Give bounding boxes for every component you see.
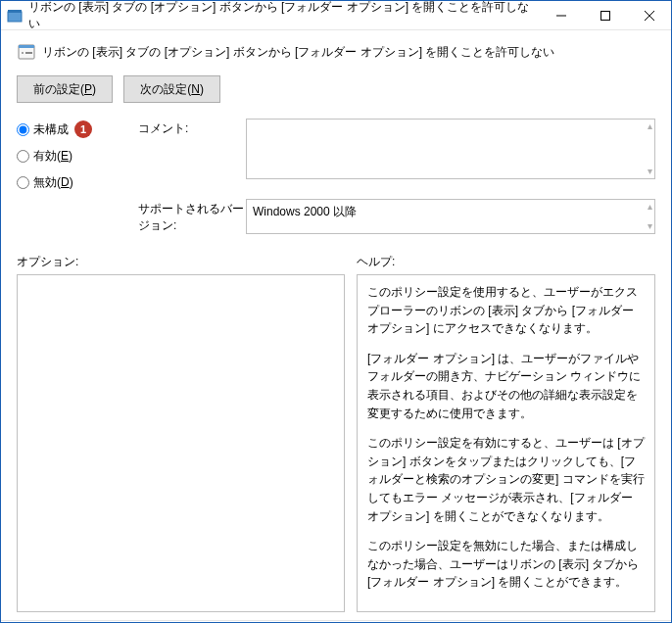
close-button[interactable] <box>627 1 671 29</box>
radio-enabled-label: 有効(E) <box>33 148 72 165</box>
radio-group: 未構成 1 有効(E) 無効(D) <box>17 119 138 191</box>
supported-field: Windows 2000 以降 ▴ ▾ <box>246 199 655 234</box>
comment-field[interactable]: ▴ ▾ <box>246 119 655 179</box>
comment-label: コメント: <box>138 119 246 191</box>
annotation-badge-1: 1 <box>74 120 92 138</box>
help-paragraph: このポリシー設定を有効にすると、ユーザーは [オプション] ボタンをタップまたは… <box>367 434 645 525</box>
help-paragraph: [フォルダー オプション] は、ユーザーがファイルやフォルダーの開き方、ナビゲー… <box>367 350 645 422</box>
radio-disabled-input[interactable] <box>17 176 29 189</box>
svg-rect-1 <box>8 10 22 13</box>
policy-header: リボンの [表示] タブの [オプション] ボタンから [フォルダー オプション… <box>17 42 655 62</box>
radio-not-configured-input[interactable] <box>17 123 29 136</box>
next-setting-button[interactable]: 次の設定(N) <box>123 75 220 103</box>
radio-disabled-label: 無効(D) <box>33 174 73 191</box>
scroll-up-icon: ▴ <box>648 202 652 212</box>
supported-row: サポートされるバージョン: Windows 2000 以降 ▴ ▾ <box>17 199 655 234</box>
help-label: ヘルプ: <box>357 254 655 270</box>
prev-setting-button[interactable]: 前の設定(P) <box>17 75 113 103</box>
svg-point-8 <box>22 52 24 54</box>
svg-rect-3 <box>600 11 609 20</box>
radio-not-configured[interactable]: 未構成 1 <box>17 120 138 138</box>
radio-enabled-input[interactable] <box>17 150 29 163</box>
scroll-down-icon: ▾ <box>648 167 652 176</box>
help-paragraph: このポリシー設定を無効にした場合、または構成しなかった場合、ユーザーはリボンの … <box>367 537 645 592</box>
radio-not-configured-label: 未構成 <box>33 121 69 138</box>
supported-label: サポートされるバージョン: <box>138 199 246 234</box>
svg-rect-9 <box>25 52 32 54</box>
minimize-button[interactable] <box>539 1 583 29</box>
config-row: 未構成 1 有効(E) 無効(D) コメント: ▴ ▾ <box>17 119 655 191</box>
supported-value: Windows 2000 以降 <box>253 205 357 218</box>
help-box[interactable]: このポリシー設定を使用すると、ユーザーがエクスプローラーのリボンの [表示] タ… <box>357 274 655 612</box>
scroll-up-icon: ▴ <box>648 121 652 131</box>
nav-buttons: 前の設定(P) 次の設定(N) <box>17 75 655 103</box>
policy-title: リボンの [表示] タブの [オプション] ボタンから [フォルダー オプション… <box>42 44 554 61</box>
window-title: リボンの [表示] タブの [オプション] ボタンから [フォルダー オプション… <box>28 0 539 32</box>
lower-panels: オプション: ヘルプ: このポリシー設定を使用すると、ユーザーがエクスプローラー… <box>17 254 655 612</box>
title-bar: リボンの [表示] タブの [オプション] ボタンから [フォルダー オプション… <box>1 1 671 30</box>
policy-icon <box>17 42 36 62</box>
help-paragraph: このポリシー設定を使用すると、ユーザーがエクスプローラーのリボンの [表示] タ… <box>367 283 645 338</box>
app-icon <box>7 8 23 24</box>
svg-rect-7 <box>19 45 34 48</box>
window-controls <box>539 1 671 29</box>
radio-disabled[interactable]: 無効(D) <box>17 174 138 191</box>
content-area: リボンの [表示] タブの [オプション] ボタンから [フォルダー オプション… <box>1 30 671 620</box>
option-label: オプション: <box>17 254 345 270</box>
option-box[interactable] <box>17 274 345 612</box>
maximize-button[interactable] <box>583 1 627 29</box>
scroll-down-icon: ▾ <box>648 221 652 231</box>
svg-rect-0 <box>8 12 22 22</box>
radio-enabled[interactable]: 有効(E) <box>17 148 138 165</box>
